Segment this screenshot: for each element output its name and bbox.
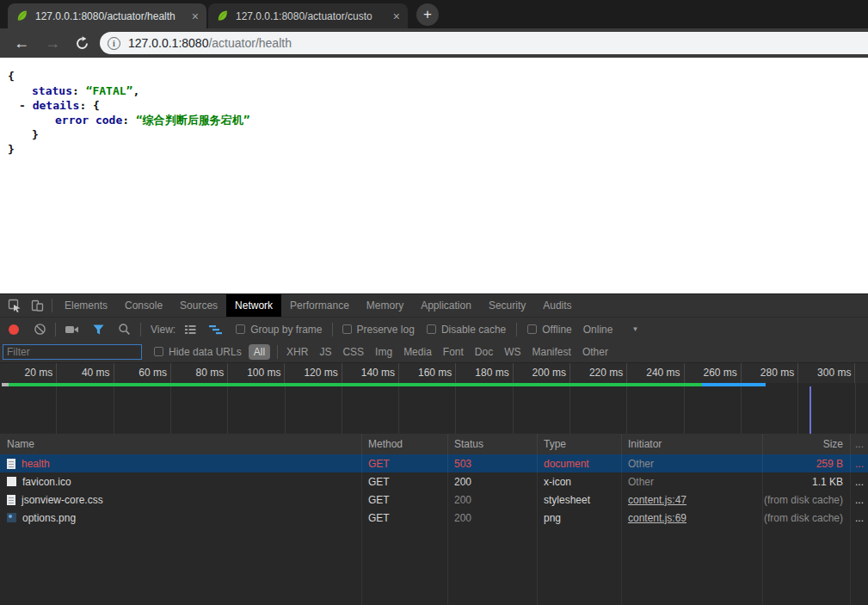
- json-collapse-toggle[interactable]: -: [19, 99, 26, 112]
- tab-audits[interactable]: Audits: [534, 294, 580, 317]
- url-host: 127.0.0.1:8080: [128, 36, 208, 50]
- json-colon: :: [122, 114, 136, 127]
- overview-toggle[interactable]: [208, 323, 223, 336]
- table-row-options-png[interactable]: options.png GET 200 png content.js:69 (f…: [0, 509, 868, 527]
- column-divider[interactable]: [361, 434, 362, 605]
- ruler-tick: 200 ms: [514, 363, 570, 383]
- filter-type-font[interactable]: Font: [443, 346, 464, 358]
- column-divider[interactable]: [621, 434, 622, 605]
- new-tab-button[interactable]: +: [416, 3, 439, 26]
- column-header-initiator[interactable]: Initiator: [621, 434, 762, 454]
- reload-button[interactable]: [72, 36, 91, 51]
- tab-elements[interactable]: Elements: [56, 294, 116, 317]
- column-divider[interactable]: [447, 434, 448, 605]
- search-button[interactable]: [118, 323, 131, 336]
- disable-cache-checkbox[interactable]: Disable cache: [427, 324, 506, 336]
- ruler-tick: 40 ms: [57, 363, 114, 383]
- camera-icon: [65, 324, 79, 336]
- filter-type-js[interactable]: JS: [319, 346, 331, 358]
- offline-checkbox[interactable]: Offline: [527, 324, 571, 336]
- ruler-tick: 220 ms: [570, 363, 627, 383]
- tab-performance[interactable]: Performance: [281, 294, 358, 317]
- request-size: (from disk cache): [762, 509, 850, 527]
- table-row-jsonview-css[interactable]: jsonview-core.css GET 200 stylesheet con…: [0, 491, 868, 509]
- group-by-frame-label: Group by frame: [250, 324, 322, 336]
- browser-tab-custom[interactable]: 127.0.0.1:8080/actuator/custo ×: [208, 3, 408, 28]
- ruler-tick: 100 ms: [228, 363, 285, 383]
- hide-data-urls-checkbox[interactable]: Hide data URLs: [154, 346, 242, 358]
- preserve-log-checkbox[interactable]: Preserve log: [342, 324, 415, 336]
- initiator-link[interactable]: content.js:69: [628, 512, 686, 524]
- filter-type-media[interactable]: Media: [403, 346, 432, 358]
- inspect-element-button[interactable]: [3, 294, 26, 318]
- request-initiator: Other: [621, 454, 762, 472]
- tab-security[interactable]: Security: [480, 294, 534, 317]
- back-button[interactable]: ←: [12, 35, 31, 51]
- filter-type-xhr[interactable]: XHR: [286, 346, 308, 358]
- filter-type-all[interactable]: All: [249, 344, 270, 360]
- table-row-favicon[interactable]: favicon.ico GET 200 x-icon Other 1.1 KB …: [0, 472, 868, 491]
- url-path: /actuator/health: [208, 36, 292, 50]
- tab-console[interactable]: Console: [116, 294, 171, 317]
- column-divider[interactable]: [537, 434, 538, 605]
- column-header-waterfall[interactable]: ...: [850, 434, 868, 454]
- forward-button[interactable]: →: [43, 35, 62, 51]
- ruler-tick: 120 ms: [285, 363, 342, 383]
- json-value-status: “FATAL”: [86, 84, 133, 97]
- clear-button[interactable]: [34, 323, 46, 336]
- device-icon: [30, 299, 44, 312]
- column-divider[interactable]: [850, 434, 851, 605]
- network-overview[interactable]: [0, 383, 868, 434]
- request-waterfall: ...: [850, 491, 868, 509]
- filter-type-manifest[interactable]: Manifest: [532, 346, 571, 358]
- spring-leaf-icon: [216, 9, 229, 22]
- initiator-link[interactable]: content.js:47: [628, 494, 686, 506]
- tab-close-icon[interactable]: ×: [393, 10, 400, 22]
- column-header-size[interactable]: Size: [762, 434, 850, 454]
- filter-type-ws[interactable]: WS: [504, 346, 520, 358]
- tab-sources[interactable]: Sources: [171, 294, 226, 317]
- capture-screenshots-button[interactable]: [65, 324, 79, 336]
- request-size: 1.1 KB: [762, 472, 850, 491]
- browser-tab-health[interactable]: 127.0.0.1:8080/actuator/health ×: [8, 3, 206, 28]
- column-header-method[interactable]: Method: [361, 434, 447, 454]
- filter-type-other[interactable]: Other: [582, 346, 608, 358]
- browser-window: 127.0.0.1:8080/actuator/health × 127.0.0…: [0, 0, 868, 605]
- filter-type-doc[interactable]: Doc: [475, 346, 493, 358]
- json-close-brace: }: [32, 128, 39, 141]
- tab-network[interactable]: Network: [226, 294, 281, 317]
- record-button[interactable]: [9, 324, 19, 335]
- ruler-tick: 60 ms: [114, 363, 171, 383]
- tab-close-icon[interactable]: ×: [192, 10, 199, 22]
- filter-type-css[interactable]: CSS: [342, 346, 364, 358]
- table-row-health[interactable]: health GET 503 document Other 259 B ...: [0, 454, 868, 472]
- reload-icon: [75, 36, 89, 51]
- request-status: 503: [447, 454, 537, 472]
- group-by-frame-checkbox[interactable]: Group by frame: [236, 324, 322, 336]
- filter-funnel-icon: [92, 324, 105, 336]
- filter-input[interactable]: [3, 344, 142, 360]
- request-type: png: [537, 509, 621, 527]
- chevron-down-icon[interactable]: ▼: [631, 325, 638, 333]
- request-status: 200: [447, 509, 537, 527]
- request-method: GET: [361, 491, 447, 509]
- ruler-tick: 260 ms: [685, 363, 742, 383]
- json-close-brace: }: [8, 143, 15, 156]
- address-bar[interactable]: i 127.0.0.1:8080/actuator/health: [100, 32, 868, 54]
- page-info-icon[interactable]: i: [108, 37, 120, 50]
- clear-icon: [34, 323, 46, 336]
- filter-toggle-button[interactable]: [92, 324, 105, 336]
- column-header-name[interactable]: Name: [0, 434, 361, 454]
- throttling-dropdown[interactable]: Online: [583, 324, 613, 336]
- large-rows-toggle[interactable]: [183, 323, 197, 336]
- column-header-type[interactable]: Type: [537, 434, 621, 454]
- throttling-value: Online: [583, 324, 613, 336]
- tab-application[interactable]: Application: [412, 294, 480, 317]
- device-toolbar-button[interactable]: [26, 294, 48, 318]
- request-initiator: Other: [621, 472, 762, 491]
- filter-type-img[interactable]: Img: [375, 346, 392, 358]
- tab-memory[interactable]: Memory: [358, 294, 412, 317]
- column-divider[interactable]: [762, 434, 763, 605]
- column-header-status[interactable]: Status: [447, 434, 537, 454]
- request-method: GET: [361, 472, 447, 491]
